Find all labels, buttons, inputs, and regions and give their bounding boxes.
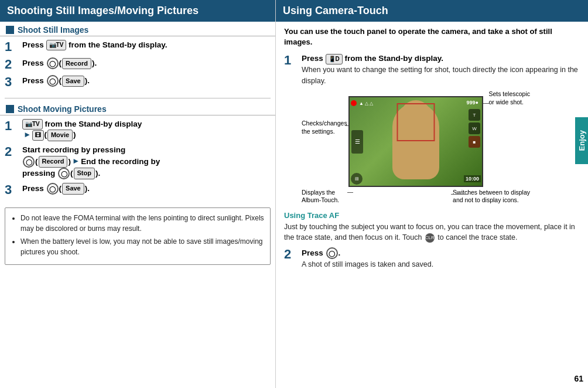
callout-bottom-left-text: Displays the Album-Touch. <box>302 189 339 204</box>
left-title: Shooting Still Images/Moving Pictures <box>7 5 199 16</box>
enjoy-label: Enjoy <box>577 130 586 151</box>
callout-top-right-text: Sets telescopic or wide shot. <box>488 90 530 105</box>
right-step-1-sub: When you want to change the setting for … <box>302 66 578 85</box>
cam-w-btn: W <box>469 122 480 134</box>
section-box-icon <box>6 26 14 34</box>
cam-t-btn: T <box>469 109 480 121</box>
shoot-still-steps: 1 Press 📷TV from the Stand-by display. 2… <box>0 38 275 96</box>
moving-step-3-content: Press ◯(Save). <box>22 183 90 195</box>
save-btn-label-2: Save <box>62 183 84 194</box>
trace-af-section: Using Trace AF Just by touching the subj… <box>284 211 580 243</box>
circle-btn-mv2: ◯ <box>23 156 35 168</box>
movie-btn-label: Movie <box>47 130 73 141</box>
still-step-3: 3 Press ◯(Save). <box>5 75 271 89</box>
face-detect-box <box>397 103 435 141</box>
note-item-2: When the battery level is low, you may n… <box>20 236 264 257</box>
right-step-1-title: Press 📱D from the Stand-by display. <box>302 54 443 63</box>
still-step-2: 2 Press ◯(Record). <box>5 57 271 72</box>
moving-step-3: 3 Press ◯(Save). <box>5 183 271 197</box>
right-step-2: 2 Press ◯. A shot of still images is tak… <box>284 247 580 270</box>
record-btn-label: Record <box>62 58 91 69</box>
moving-step-num-1: 1 <box>5 119 18 133</box>
arrow-icon-1: ► <box>23 130 31 141</box>
cam-stop-btn: ■ <box>469 136 480 148</box>
right-header: Using Camera-Touch <box>276 0 588 22</box>
moving-step-1-content: 📷TV from the Stand-by display ►🎞(Movie) <box>22 119 142 141</box>
trace-af-header: Using Trace AF <box>284 211 580 220</box>
shoot-still-section: Shoot Still Images <box>0 22 275 36</box>
clr-icon: CLR <box>425 233 435 243</box>
right-steps: 1 Press 📱D from the Stand-by display. Wh… <box>284 53 580 87</box>
step-num-2: 2 <box>5 57 18 72</box>
record-btn-label-2: Record <box>39 156 68 167</box>
callout-bottom-left: Displays the Album-Touch. <box>302 189 339 205</box>
cam-bottom-bar: ▤ 10:00 <box>351 173 481 185</box>
stop-btn-label: Stop <box>74 168 95 179</box>
step-1-content: Press 📷TV from the Stand-by display. <box>22 40 167 51</box>
movie-icon: 🎞 <box>32 130 44 141</box>
circle-btn-3: ◯ <box>47 75 59 87</box>
circle-btn-mv3: ◯ <box>47 183 59 195</box>
circle-btn-2: ◯ <box>47 57 59 69</box>
right-step-2-content: Press ◯. A shot of still images is taken… <box>302 247 580 270</box>
callout-left: Checks/changes the settings. <box>302 120 347 135</box>
shoot-still-title: Shoot Still Images <box>18 25 88 35</box>
right-step-num-2: 2 <box>284 247 297 261</box>
circle-btn-stop: ◯ <box>58 168 70 179</box>
intro-text: You can use the touch panel to operate t… <box>284 26 580 47</box>
moving-step-2: 2 Start recording by pressing ◯(Record)►… <box>5 145 271 179</box>
cam-left-menu: ☰ <box>351 130 363 154</box>
step-2-content: Press ◯(Record). <box>22 57 97 69</box>
camera-area: Sets telescopic or wide shot. Checks/cha… <box>302 90 530 207</box>
tv-icon-1: 📷TV <box>46 40 67 50</box>
right-step-2-sub: A shot of still images is taken and save… <box>302 260 433 268</box>
camera-screen: ▲△△ 999● ☰ <box>348 96 483 187</box>
right-title: Using Camera-Touch <box>283 5 388 16</box>
right-step-num-1: 1 <box>284 53 297 67</box>
callout-bottom-right-text: Switches between to display and not to d… <box>453 189 530 204</box>
step-num-3: 3 <box>5 75 18 89</box>
cam-album-btn: ▤ <box>351 173 363 185</box>
moving-step-num-2: 2 <box>5 145 18 159</box>
moving-step-2-content: Start recording by pressing ◯(Record)►En… <box>22 145 160 179</box>
section-divider-1 <box>5 98 271 98</box>
callout-left-text: Checks/changes the settings. <box>302 120 347 135</box>
note-item-1: Do not leave the FOMA terminal with the … <box>20 213 264 234</box>
arrow-icon-2: ► <box>72 156 80 167</box>
moving-step-1: 1 📷TV from the Stand-by display ►🎞(Movie… <box>5 119 271 141</box>
circle-btn-right-2: ◯ <box>326 247 338 259</box>
shoot-moving-section: Shoot Moving Pictures <box>0 101 275 115</box>
callout-top-right: Sets telescopic or wide shot. <box>488 90 530 106</box>
cam-time: 10:00 <box>464 175 481 182</box>
notes-box: Do not leave the FOMA terminal with the … <box>5 207 271 265</box>
right-step-1-content: Press 📱D from the Stand-by display. When… <box>302 53 580 87</box>
step-num-1: 1 <box>5 40 18 54</box>
page-number: 61 <box>574 374 583 383</box>
section-box-icon-2 <box>6 105 14 113</box>
d-icon: 📱D <box>326 54 343 64</box>
save-btn-label-1: Save <box>62 76 84 87</box>
step-3-content: Press ◯(Save). <box>22 75 90 87</box>
cam-right-bar: T W ■ <box>469 109 480 148</box>
left-header: Shooting Still Images/Moving Pictures <box>0 0 275 22</box>
trace-af-text: Just by touching the subject you want to… <box>284 222 580 243</box>
moving-step-num-3: 3 <box>5 183 18 197</box>
still-step-1: 1 Press 📷TV from the Stand-by display. <box>5 40 271 54</box>
right-content: You can use the touch panel to operate t… <box>276 22 588 388</box>
right-step-2-title: Press ◯. <box>302 249 340 257</box>
camera-screen-inner: ▲△△ 999● ☰ <box>350 97 482 186</box>
callout-line-bottom-right <box>451 194 469 195</box>
right-step-1: 1 Press 📱D from the Stand-by display. Wh… <box>284 53 580 87</box>
callout-line-bottom-left <box>347 192 353 193</box>
shoot-moving-title: Shoot Moving Pictures <box>18 104 107 114</box>
callout-bottom-right: Switches between to display and not to d… <box>453 189 530 205</box>
tv-icon-2: 📷TV <box>22 119 43 130</box>
right-panel: Using Camera-Touch You can use the touch… <box>275 0 588 388</box>
enjoy-tab: Enjoy <box>575 117 588 164</box>
shoot-moving-steps: 1 📷TV from the Stand-by display ►🎞(Movie… <box>0 117 275 203</box>
trace-af-text-2: to cancel the trace state. <box>437 233 517 241</box>
page-container: Shooting Still Images/Moving Pictures Sh… <box>0 0 588 388</box>
left-panel: Shooting Still Images/Moving Pictures Sh… <box>0 0 275 388</box>
